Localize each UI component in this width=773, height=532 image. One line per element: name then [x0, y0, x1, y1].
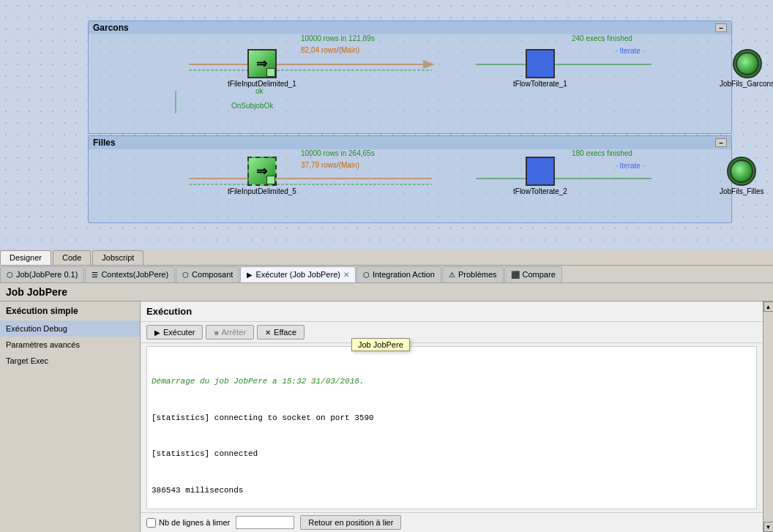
node-label-tflowtoiterate-2: tFlowToIterate_2	[513, 187, 567, 195]
filles-minimize[interactable]: –	[715, 138, 727, 147]
view-tabs: Designer Code Jobscript	[0, 249, 773, 266]
garcons-conn-top: 10000 rows in 121,89s	[301, 34, 375, 42]
garcons-subgraph: Garcons – 10000 rows in 121,89s 82,04 ro…	[88, 20, 732, 134]
right-scrollbar[interactable]: ▲ ▼	[763, 301, 773, 532]
scroll-up[interactable]: ▲	[763, 301, 774, 312]
tab-compare[interactable]: ⬛ Compare	[504, 266, 562, 282]
log-area[interactable]: Démarrage du job JobPere a 15:32 31/03/2…	[146, 346, 757, 509]
garcons-ok: ok	[255, 87, 264, 95]
garcons-onsubjob: OnSubjobOk	[231, 102, 273, 110]
node-tflowtoiterate-2[interactable]: tFlowToIterate_2	[513, 157, 567, 195]
garcons-header: Garcons –	[89, 21, 731, 34]
sidebar-item-execdebug[interactable]: Exécution Debug	[0, 321, 140, 337]
node-tfileinputdelimited-5[interactable]: ⇒ tFileInputDelimited_5	[228, 157, 296, 195]
efface-icon: ✕	[265, 329, 271, 337]
node-jobfils-filles[interactable]: JobFils_Filles	[720, 157, 764, 195]
tab-executer[interactable]: ▶ Exécuter (Job JobPere) ✕	[240, 266, 356, 282]
tab-icon-contexts: ☰	[92, 271, 98, 279]
node-tflowtoiterate-1[interactable]: tFlowToIterate_1	[513, 49, 567, 88]
garcons-title: Garcons	[93, 23, 129, 33]
tab-job-jobpere[interactable]: ⬡ Job(JobPere 0.1)	[0, 266, 84, 282]
tab-code[interactable]: Code	[53, 250, 91, 265]
tab-contexts[interactable]: ☰ Contexts(JobPere)	[85, 266, 175, 282]
tab-icon-problemes: ⚠	[449, 271, 455, 279]
node-label-tfileinputdelimited-5: tFileInputDelimited_5	[228, 187, 296, 195]
sidebar-item-params[interactable]: Paramètres avancés	[0, 337, 140, 353]
sidebar-title: Exécution simple	[0, 301, 140, 321]
limit-label: Nb de lignes à limer	[159, 518, 230, 527]
eclipse-tabs: ⬡ Job(JobPere 0.1) ☰ Contexts(JobPere) ⬡…	[0, 266, 773, 283]
left-sidebar: Exécution simple Exécution Debug Paramèt…	[0, 301, 141, 532]
tab-jobscript[interactable]: Jobscript	[92, 250, 143, 265]
bottom-checkbox: Nb de lignes à limer	[146, 518, 230, 528]
tab-composant[interactable]: ⬡ Composant	[176, 266, 239, 282]
garcons-conn-bot: 82,04 rows/(Main)	[301, 46, 359, 54]
node-label-tflowtoiterate-1: tFlowToIterate_1	[513, 80, 567, 88]
tab-icon-compare: ⬛	[511, 271, 520, 279]
tab-bar-area: Designer Code Jobscript ⬡ Job(JobPere 0.…	[0, 249, 773, 532]
execution-content: Exécution ▶ Exécuter ■ Arrêter ✕ Efface …	[141, 301, 763, 532]
node-label-jobfils-filles: JobFils_Filles	[720, 187, 764, 195]
garcons-minimize[interactable]: –	[715, 23, 727, 32]
log-line-4: 386543 milliseconds	[152, 484, 752, 497]
bottom-bar: Nb de lignes à limer Retour en position …	[141, 512, 763, 532]
arreter-icon: ■	[214, 329, 218, 337]
tab-problemes[interactable]: ⚠ Problèmes	[442, 266, 504, 282]
exec-toolbar: ▶ Exécuter ■ Arrêter ✕ Efface	[141, 322, 763, 343]
filles-iterate: · Iterate ·	[616, 162, 644, 170]
sidebar-item-targetexec[interactable]: Target Exec	[0, 353, 140, 369]
job-title: Job JobPere	[6, 286, 67, 298]
node-tfileinputdelimited-1[interactable]: ⇒ tFileInputDelimited_1	[228, 49, 296, 88]
limit-checkbox[interactable]	[146, 518, 156, 528]
node-label-jobfils-garcons: JobFils_Garcons	[720, 80, 773, 88]
scroll-down[interactable]: ▼	[763, 522, 774, 532]
job-title-area: Job JobPere	[0, 283, 773, 301]
tab-designer[interactable]: Designer	[0, 250, 51, 265]
tab-icon-composant: ⬡	[182, 271, 189, 279]
tab-icon-integration: ⬡	[363, 271, 370, 279]
garcons-iterate: · Iterate ·	[616, 47, 644, 55]
garcons-conn-right: 240 execs finished	[572, 34, 632, 42]
efface-button[interactable]: ✕ Efface	[257, 325, 305, 340]
filles-conn-top: 10000 rows in 264,65s	[301, 149, 375, 157]
canvas-area: Garcons – 10000 rows in 121,89s 82,04 ro…	[0, 0, 773, 249]
log-line-1: Démarrage du job JobPere a 15:32 31/03/2…	[152, 375, 752, 388]
log-line-3: [statistics] connected	[152, 448, 752, 460]
arreter-button[interactable]: ■ Arrêter	[206, 325, 254, 340]
log-line-2: [statistics] connecting to socket on por…	[152, 412, 752, 424]
exec-header: Exécution	[141, 301, 763, 322]
limit-input[interactable]	[236, 516, 294, 529]
retour-button[interactable]: Retour en position à lier	[300, 515, 401, 530]
filles-subgraph: Filles – 10000 rows in 264,65s 37,79 row…	[88, 135, 732, 223]
tab-icon-job: ⬡	[7, 271, 13, 279]
tab-icon-executer: ▶	[247, 271, 253, 279]
filles-header: Filles –	[89, 136, 731, 149]
tooltip-jobpere: Job JobPere	[351, 338, 410, 351]
filles-conn-right: 180 execs finished	[572, 149, 632, 157]
executer-icon: ▶	[154, 329, 160, 337]
execution-panel: Exécution simple Exécution Debug Paramèt…	[0, 301, 773, 532]
node-jobfils-garcons[interactable]: JobFils_Garcons	[720, 49, 773, 88]
tab-close-executer[interactable]: ✕	[343, 271, 349, 279]
filles-title: Filles	[93, 138, 116, 148]
tab-integration[interactable]: ⬡ Integration Action	[356, 266, 441, 282]
executer-button[interactable]: ▶ Exécuter	[146, 325, 203, 340]
filles-conn-bot: 37,79 rows/(Main)	[301, 161, 359, 169]
